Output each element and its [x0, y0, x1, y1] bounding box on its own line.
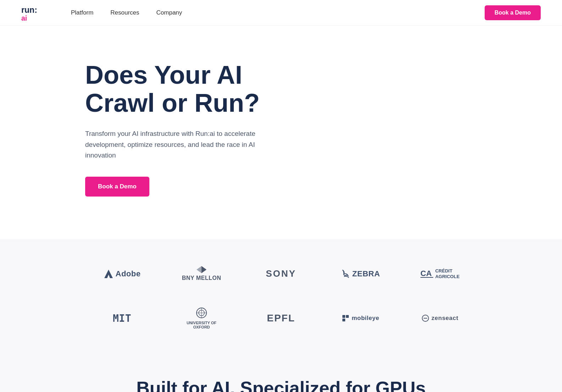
adobe-logo: Adobe — [86, 263, 158, 285]
zebra-logo: ZEBRA — [324, 264, 397, 284]
svg-text:CA: CA — [420, 269, 432, 278]
epfl-logo: EPFL — [245, 307, 317, 330]
zebra-icon — [341, 269, 350, 278]
nav-book-demo-button[interactable]: Book a Demo — [485, 5, 541, 20]
svg-rect-10 — [342, 315, 345, 318]
sony-logo: SONY — [245, 263, 317, 285]
oxford-logo: UNIVERSITY OFOXFORD — [165, 302, 238, 335]
svg-text:run:: run: — [21, 5, 37, 15]
zenseact-label: zenseact — [431, 315, 458, 322]
bottom-title: Built for AI, Specialized for GPUs — [21, 377, 541, 392]
oxford-icon — [196, 307, 207, 319]
svg-rect-12 — [342, 319, 345, 321]
mobileye-icon — [342, 314, 349, 322]
credit-agricole-logo: CA CRÉDITAGRICOLE — [404, 263, 476, 285]
hero-title-line2: Crawl or Run? — [85, 89, 260, 117]
bny-mellon-logo: BNY MELLON — [165, 260, 238, 288]
hero-section: Does Your AI Crawl or Run? Transform you… — [0, 26, 284, 225]
logo[interactable]: run: ai — [21, 4, 50, 22]
zenseact-logo: zenseact — [404, 309, 476, 328]
bny-label: BNY MELLON — [182, 275, 221, 282]
hero-subtitle: Transform your AI infrastructure with Ru… — [85, 128, 263, 161]
nav-resources[interactable]: Resources — [110, 9, 139, 16]
hero-book-demo-button[interactable]: Book a Demo — [85, 177, 149, 197]
mobileye-logo: mobileye — [324, 309, 397, 328]
svg-marker-3 — [197, 266, 202, 273]
svg-marker-2 — [202, 266, 206, 273]
hero-title: Does Your AI Crawl or Run? — [85, 61, 263, 117]
sony-label: SONY — [266, 268, 296, 279]
zenseact-icon — [422, 314, 429, 322]
credit-agricole-label: CRÉDITAGRICOLE — [435, 268, 460, 279]
bny-icon — [197, 266, 206, 273]
mit-label: MIT — [113, 313, 131, 324]
adobe-icon — [104, 269, 114, 279]
svg-rect-11 — [346, 315, 349, 318]
credit-agricole-icon: CA — [420, 269, 433, 279]
nav-company[interactable]: Company — [156, 9, 182, 16]
epfl-label: EPFL — [267, 313, 295, 324]
nav-links: Platform Resources Company — [71, 9, 485, 16]
svg-text:ai: ai — [21, 14, 27, 21]
hero-title-line1: Does Your AI — [85, 61, 242, 89]
zebra-label: ZEBRA — [352, 269, 380, 278]
mobileye-label: mobileye — [352, 315, 379, 322]
bottom-section: Built for AI, Specialized for GPUs — [0, 356, 562, 392]
logos-grid: Adobe BNY MELLON SONY ZEBRA — [86, 260, 476, 335]
logos-section: Adobe BNY MELLON SONY ZEBRA — [0, 239, 562, 357]
oxford-label: UNIVERSITY OFOXFORD — [187, 321, 216, 329]
navbar: run: ai Platform Resources Company Book … — [0, 0, 562, 26]
nav-platform[interactable]: Platform — [71, 9, 93, 16]
mit-logo: MIT — [86, 307, 158, 330]
